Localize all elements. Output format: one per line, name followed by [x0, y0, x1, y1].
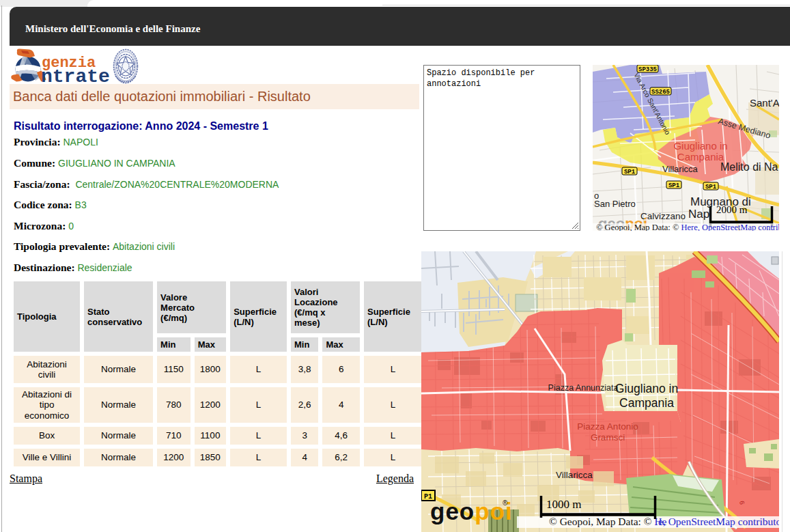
- svg-text:SS265: SS265: [651, 89, 670, 96]
- svg-text:®: ®: [503, 499, 508, 507]
- svg-text:Campania: Campania: [619, 396, 674, 410]
- svg-text:Villaricca: Villaricca: [556, 470, 593, 480]
- svg-text:geopoi: geopoi: [430, 498, 513, 524]
- svg-text:San Pietro: San Pietro: [594, 199, 636, 209]
- svg-text:© Geopoi, Map Data: © He: © Geopoi, Map Data: © He: [549, 516, 667, 527]
- svg-text:Gramsci: Gramsci: [591, 432, 625, 443]
- svg-text:2000 m: 2000 m: [716, 204, 748, 215]
- svg-text:SP335: SP335: [638, 66, 657, 73]
- svg-text:© Geopoi, Map Data: © Here, Op: © Geopoi, Map Data: © Here, OpenStreetMa…: [596, 223, 779, 231]
- svg-text:SP1: SP1: [668, 182, 680, 189]
- svg-text:Nap: Nap: [688, 208, 709, 221]
- svg-text:Villaricca: Villaricca: [662, 164, 699, 174]
- svg-text:Melito di Na: Melito di Na: [720, 161, 778, 173]
- svg-text:e, OpenStreetMap contributors: e, OpenStreetMap contributors: [658, 516, 779, 527]
- svg-text:SP1: SP1: [705, 184, 717, 191]
- svg-text:Piazza Annunziata: Piazza Annunziata: [548, 383, 619, 393]
- svg-text:1000 m: 1000 m: [546, 498, 581, 511]
- svg-text:Giugliano in: Giugliano in: [673, 140, 727, 152]
- svg-text:Campania: Campania: [677, 151, 724, 163]
- svg-text:ntrate: ntrate: [41, 66, 110, 84]
- svg-text:Giugliano in: Giugliano in: [615, 382, 678, 395]
- svg-text:Piazza Antonio: Piazza Antonio: [577, 421, 638, 432]
- svg-text:o: o: [594, 191, 599, 201]
- svg-text:SP1: SP1: [624, 169, 636, 176]
- svg-text:Sant'An: Sant'An: [750, 97, 779, 109]
